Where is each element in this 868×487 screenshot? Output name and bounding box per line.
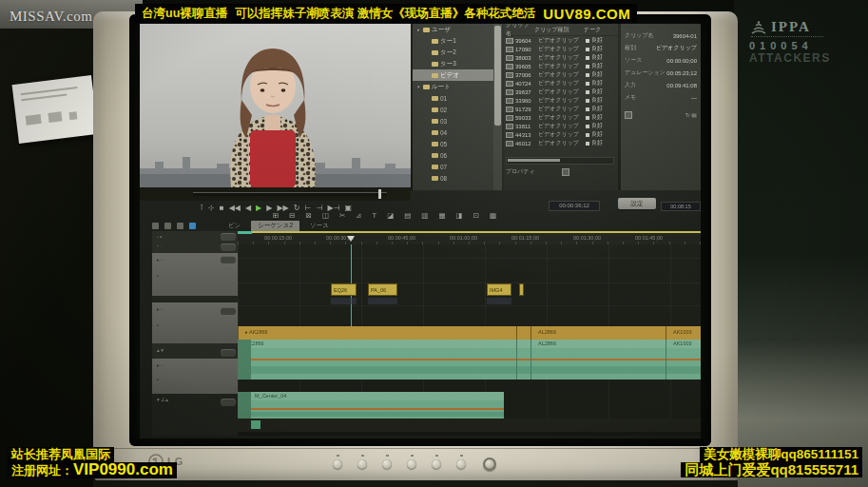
mode-icon-2[interactable] — [177, 223, 183, 229]
tool-icon-3[interactable]: ◫ — [322, 212, 329, 220]
playhead-marker[interactable] — [347, 236, 355, 242]
take-check-icon[interactable] — [586, 56, 589, 60]
tool-icon-6[interactable]: T — [373, 212, 377, 220]
volume-line[interactable] — [251, 408, 504, 410]
take-check-icon[interactable] — [586, 133, 589, 137]
tool-icon-10[interactable]: ▦ — [438, 212, 445, 220]
timeline-tracks[interactable]: EQ26PA_06IMG4 ▸ AK2866AL2866AK1003 AK286… — [238, 244, 701, 436]
audio-clip-segment[interactable]: AK1003 — [665, 340, 701, 348]
tree-arrow-icon[interactable]: ▾ — [417, 84, 421, 89]
track-knob[interactable] — [221, 399, 236, 406]
audio-clip-segment[interactable] — [516, 340, 530, 348]
column-take[interactable]: テーク — [584, 26, 605, 34]
take-check-icon[interactable] — [586, 48, 589, 51]
clip-row[interactable]: 91729ビデオクリップ良好 — [504, 105, 618, 113]
auto-button[interactable] — [456, 459, 466, 469]
take-check-icon[interactable] — [586, 116, 589, 120]
video-clip-segment[interactable]: AL2866 — [530, 326, 665, 340]
mode-icon-1[interactable] — [164, 223, 171, 229]
timeline-clip[interactable]: PA_06 — [368, 283, 397, 296]
tree-item[interactable]: 02 — [413, 104, 493, 115]
tool-icon-11[interactable]: ◨ — [456, 212, 463, 220]
step-back-button[interactable]: ◀ — [245, 205, 251, 212]
refresh-icon[interactable]: ↻ ▤ — [685, 111, 697, 119]
tree-scrollbar[interactable] — [493, 24, 502, 190]
audio-clip2-waveform[interactable] — [251, 400, 504, 419]
tool-icon-0[interactable]: ⊞ — [273, 212, 279, 220]
tree-item[interactable]: ▸ユーザ — [413, 24, 493, 35]
tool-icon-5[interactable]: ⊿ — [356, 212, 361, 220]
tree-arrow-icon[interactable]: ▸ — [417, 27, 421, 32]
take-check-icon[interactable] — [586, 142, 589, 146]
audio-clip2-name[interactable]: M_Center_04 — [251, 392, 504, 400]
track-knob[interactable] — [221, 244, 236, 251]
step-forward-button[interactable]: ▶ — [266, 205, 272, 212]
clip-row[interactable]: 38003ビデオクリップ良好 — [504, 53, 618, 62]
timeline-clip[interactable]: IMG4 — [487, 283, 511, 296]
mode-icon-0[interactable] — [152, 223, 159, 229]
tool-icon-1[interactable]: ⊟ — [289, 212, 295, 220]
collapsed-track-row[interactable] — [238, 419, 701, 432]
stop-button[interactable]: ■ — [220, 205, 224, 212]
video-clip-segment[interactable]: AK1003 — [665, 326, 701, 340]
take-check-icon[interactable] — [586, 99, 589, 103]
clip-row[interactable]: 37006ビデオクリップ良好 — [504, 70, 618, 79]
timecode-field-2[interactable]: 00:08:15 — [661, 202, 701, 211]
adjust-up-button[interactable] — [432, 459, 441, 469]
scrub-track[interactable] — [193, 192, 387, 196]
properties-label[interactable]: プロパティ — [506, 167, 535, 176]
tree-item[interactable]: ター1 — [413, 35, 493, 47]
checkbox-icon[interactable] — [625, 111, 632, 119]
track-knob[interactable] — [221, 256, 236, 263]
tree-item[interactable]: 08 — [413, 172, 493, 184]
clip-row[interactable]: 39605ビデオクリップ良好 — [504, 62, 618, 70]
tool-icon-13[interactable]: ▩ — [490, 212, 496, 220]
adjust-down-button[interactable] — [407, 459, 416, 469]
clip-row[interactable]: 44313ビデオクリップ良好 — [504, 130, 618, 139]
audio-clip-segment[interactable]: AK2866 — [238, 340, 516, 348]
timeline-tab[interactable]: ビン — [222, 221, 247, 231]
take-check-icon[interactable] — [586, 125, 589, 128]
timeline-tab[interactable]: シーケンス2 — [251, 221, 299, 231]
menu-button[interactable] — [333, 459, 342, 469]
clip-row[interactable]: 33960ビデオクリップ良好 — [504, 96, 618, 105]
settings-button[interactable]: 設定 — [618, 198, 656, 209]
take-check-icon[interactable] — [586, 65, 589, 68]
clip-row[interactable]: 40724ビデオクリップ良好 — [504, 79, 618, 88]
mode-icon-3[interactable] — [189, 223, 196, 229]
track-knob[interactable] — [221, 307, 236, 315]
take-check-icon[interactable] — [586, 73, 589, 77]
video-clip-segment[interactable] — [516, 326, 530, 340]
power-button[interactable] — [483, 458, 496, 471]
tree-scrollbar-thumb[interactable] — [494, 26, 501, 126]
tree-item[interactable]: ▾ルート — [413, 81, 493, 92]
grid-view-icon[interactable] — [562, 168, 569, 176]
clip-row[interactable]: 17090ビデオクリップ良好 — [504, 45, 618, 53]
tree-item[interactable]: 07 — [413, 161, 493, 172]
mark-out-icon[interactable]: ⊹ — [208, 205, 215, 212]
clip-row[interactable]: 59033ビデオクリップ良好 — [504, 113, 618, 122]
take-check-icon[interactable] — [586, 39, 589, 43]
tree-item[interactable]: 06 — [413, 149, 493, 161]
timeline-clip[interactable]: EQ26 — [331, 283, 357, 296]
clip-row[interactable]: 33811ビデオクリップ良好 — [504, 122, 618, 130]
tool-icon-2[interactable]: ⊠ — [306, 212, 312, 220]
tree-item[interactable]: ビデオ — [413, 69, 493, 81]
tool-icon-7[interactable]: ◪ — [387, 212, 394, 220]
scrub-handle[interactable] — [378, 189, 381, 199]
tree-item[interactable]: 04 — [413, 127, 493, 138]
clip-row[interactable]: 46012ビデオクリップ良好 — [504, 139, 618, 147]
clip-hscrollbar[interactable] — [506, 157, 614, 165]
timeline-clip[interactable] — [519, 283, 524, 296]
rewind-button[interactable]: ◀◀ — [229, 205, 241, 212]
select-right-button[interactable] — [382, 459, 392, 469]
tree-item[interactable]: ター2 — [413, 47, 493, 58]
clip-hscrollbar-thumb[interactable] — [508, 159, 560, 162]
take-check-icon[interactable] — [586, 82, 589, 86]
audio-clip-segment[interactable]: AL2866 — [530, 340, 665, 348]
track-knob[interactable] — [221, 233, 236, 241]
play-button[interactable]: ▶ — [256, 205, 261, 212]
timeline-tab[interactable]: ソース — [303, 221, 336, 231]
tree-item[interactable]: 05 — [413, 138, 493, 149]
column-clip-type[interactable]: クリップ種別 — [534, 26, 582, 34]
